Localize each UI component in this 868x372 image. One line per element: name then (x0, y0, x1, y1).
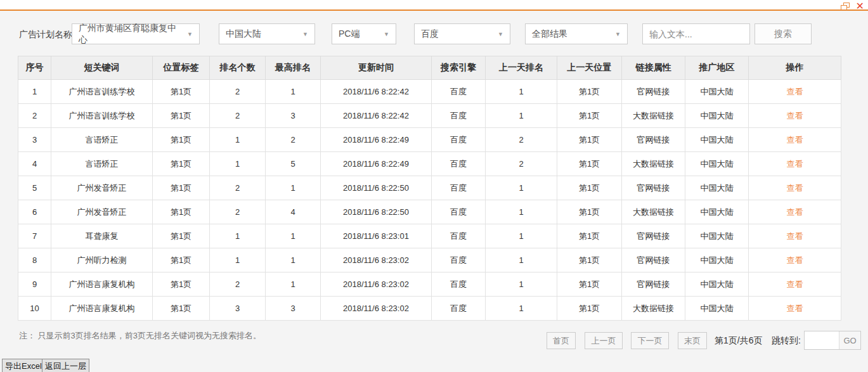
first-page-button[interactable]: 首页 (547, 332, 576, 349)
table-cell: 官网链接 (622, 273, 685, 297)
table-cell: 官网链接 (622, 176, 685, 200)
view-link[interactable]: 查看 (787, 279, 803, 289)
platform-select[interactable]: PC端 ▼ (332, 23, 396, 44)
table-cell: 6 (18, 200, 51, 224)
view-link[interactable]: 查看 (787, 304, 803, 313)
app-window: ✕ 广告计划名称: 广州市黄埔区育聪康复中心 ▼ 中国大陆 ▼ PC端 ▼ 百度… (0, 0, 868, 372)
table-cell: 1 (210, 152, 266, 176)
engine-select[interactable]: 百度 ▼ (414, 23, 510, 44)
table-cell: 2 (210, 80, 266, 104)
plan-select[interactable]: 广州市黄埔区育聪康复中心 ▼ (72, 23, 200, 44)
action-cell: 查看 (749, 104, 841, 128)
chevron-down-icon: ▼ (615, 31, 621, 37)
table-cell: 第1页 (557, 273, 622, 297)
restore-window-icon[interactable] (841, 3, 850, 10)
back-button[interactable]: 返回上一层 (42, 359, 89, 372)
table-cell: 官网链接 (622, 80, 685, 104)
table-cell: 2 (210, 200, 266, 224)
table-cell: 第1页 (557, 200, 622, 224)
action-cell: 查看 (749, 176, 841, 200)
action-cell: 查看 (749, 297, 841, 321)
chevron-down-icon: ▼ (384, 31, 389, 37)
table-cell: 1 (486, 248, 557, 273)
table-cell: 第1页 (557, 248, 622, 273)
table-cell: 广州语言康复机构 (51, 273, 153, 297)
view-link[interactable]: 查看 (787, 159, 803, 169)
action-cell: 查看 (749, 200, 841, 224)
table-cell: 中国大陆 (685, 152, 749, 176)
view-link[interactable]: 查看 (787, 87, 803, 96)
table-cell: 8 (18, 248, 51, 273)
table-cell: 第1页 (153, 80, 210, 104)
table-cell: 2 (210, 273, 266, 297)
go-button[interactable]: GO (839, 331, 860, 349)
table-cell: 第1页 (153, 248, 210, 273)
view-link[interactable]: 查看 (787, 183, 803, 193)
table-cell: 2 (210, 104, 266, 128)
column-header: 排名个数 (210, 56, 266, 80)
table-row: 3言语矫正第1页122018/11/6 8:22:49百度2第1页官网链接中国大… (18, 128, 841, 152)
table-cell: 中国大陆 (685, 104, 749, 128)
jump-to-label: 跳转到: (772, 335, 801, 347)
table-cell: 大数据链接 (622, 104, 685, 128)
chevron-down-icon: ▼ (498, 31, 503, 37)
table-cell: 百度 (432, 80, 486, 104)
view-link[interactable]: 查看 (787, 255, 803, 265)
view-link[interactable]: 查看 (787, 135, 803, 144)
column-header: 位置标签 (153, 56, 210, 80)
table-cell: 1 (210, 128, 266, 152)
table-cell: 1 (266, 224, 321, 248)
table-cell: 第1页 (153, 128, 210, 152)
table-cell: 4 (266, 200, 321, 224)
table-cell: 第1页 (557, 128, 622, 152)
table-cell: 官网链接 (622, 128, 685, 152)
table-cell: 第1页 (557, 152, 622, 176)
table-cell: 广州语言康复机构 (51, 297, 153, 321)
next-page-button[interactable]: 下一页 (631, 332, 669, 349)
view-link[interactable]: 查看 (787, 111, 803, 120)
jump-to-group: GO (804, 331, 861, 350)
table-cell: 2018/11/6 8:23:02 (321, 273, 432, 297)
view-link[interactable]: 查看 (787, 207, 803, 217)
result-select[interactable]: 全部结果 ▼ (525, 23, 628, 44)
table-cell: 官网链接 (622, 248, 685, 273)
search-button[interactable]: 搜索 (755, 23, 812, 44)
jump-to-input[interactable] (805, 331, 839, 349)
page-info: 第1页/共6页 (715, 335, 762, 347)
table-cell: 第1页 (557, 80, 622, 104)
table-cell: 10 (18, 297, 51, 321)
table-row: 10广州语言康复机构第1页332018/11/6 8:23:02百度1第1页大数… (18, 297, 841, 321)
search-input[interactable] (642, 23, 750, 44)
region-select[interactable]: 中国大陆 ▼ (219, 23, 315, 44)
close-icon[interactable]: ✕ (856, 2, 864, 11)
table-cell: 2018/11/6 8:22:50 (321, 176, 432, 200)
table-cell: 第1页 (153, 200, 210, 224)
export-excel-button[interactable]: 导出Excel (2, 359, 45, 372)
table-cell: 中国大陆 (685, 176, 749, 200)
table-row: 7耳聋康复第1页112018/11/6 8:23:01百度1第1页官网链接中国大… (18, 224, 841, 248)
table-cell: 7 (18, 224, 51, 248)
table-cell: 5 (266, 152, 321, 176)
table-cell: 百度 (432, 104, 486, 128)
last-page-button[interactable]: 末页 (678, 332, 707, 349)
column-header: 推广地区 (685, 56, 749, 80)
table-row: 9广州语言康复机构第1页212018/11/6 8:23:02百度1第1页官网链… (18, 273, 841, 297)
table-cell: 1 (266, 176, 321, 200)
table-cell: 1 (266, 80, 321, 104)
column-header: 最高排名 (266, 56, 321, 80)
table-cell: 百度 (432, 200, 486, 224)
table-cell: 2 (486, 128, 557, 152)
table-cell: 第1页 (153, 224, 210, 248)
view-link[interactable]: 查看 (787, 231, 803, 241)
table-cell: 3 (266, 104, 321, 128)
column-header: 短关键词 (51, 56, 153, 80)
table-cell: 2018/11/6 8:23:01 (321, 224, 432, 248)
table-row: 2广州语言训练学校第1页232018/11/6 8:22:42百度1第1页大数据… (18, 104, 841, 128)
action-cell: 查看 (749, 80, 841, 104)
table-cell: 中国大陆 (685, 248, 749, 273)
action-cell: 查看 (749, 273, 841, 297)
prev-page-button[interactable]: 上一页 (585, 332, 623, 349)
action-cell: 查看 (749, 152, 841, 176)
table-cell: 第1页 (153, 152, 210, 176)
table-cell: 2018/11/6 8:22:42 (321, 104, 432, 128)
